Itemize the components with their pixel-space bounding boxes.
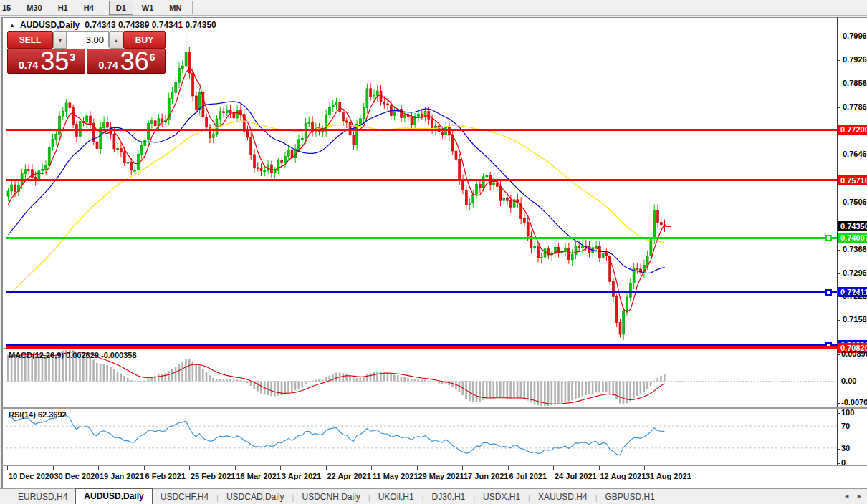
- buy-price-box[interactable]: 0.74 36 6: [87, 49, 166, 74]
- date-axis-label: 19 Jan 2021: [100, 472, 144, 480]
- chart-overlays: 0.772000.757160.740070.724110.708260.708…: [0, 0, 867, 504]
- price-axis-tick-label: 0.71580: [843, 315, 867, 324]
- macd-indicator-label: MACD(12,26,9) 0.002629 -0.000358: [9, 351, 137, 359]
- price-level-label: 0.74007: [838, 233, 867, 243]
- date-axis-tick: [326, 466, 327, 470]
- date-axis-tick: [7, 466, 8, 470]
- rsi-axis-tick: [837, 413, 840, 414]
- price-axis-tick-label: 0.77860: [843, 102, 867, 111]
- level-line-0.70820: [6, 346, 837, 349]
- tab-scroll-left-icon[interactable]: ◄: [843, 493, 850, 500]
- buy-price-pips: 36: [120, 49, 149, 74]
- date-axis-label: 3 Apr 2021: [282, 472, 321, 480]
- date-axis-label: 25 Feb 2021: [191, 472, 235, 480]
- macd-axis-label: 0.008904: [841, 349, 867, 358]
- date-axis-tick: [371, 466, 372, 470]
- price-axis-tick: [837, 320, 840, 321]
- price-axis-tick: [837, 84, 840, 84]
- date-axis-tick: [235, 466, 236, 470]
- price-axis-tick-label: 0.76460: [843, 150, 867, 158]
- current-price-label: 0.74350: [838, 221, 867, 231]
- rsi-axis-tick: [837, 427, 840, 427]
- date-axis-tick: [189, 466, 190, 470]
- date-axis-label: 24 Jul 2021: [555, 472, 597, 480]
- price-axis-tick-label: 0.78560: [843, 79, 867, 87]
- date-axis-label: 11 May 2021: [373, 472, 418, 480]
- macd-axis-tick: [837, 354, 840, 355]
- price-axis-tick-label: 0.79960: [843, 32, 867, 40]
- level-line-0.77200: [6, 129, 837, 131]
- macd-axis-label: 0.00: [841, 377, 856, 385]
- price-axis-tick-label: 0.72960: [843, 268, 867, 277]
- buy-price-point: 6: [150, 52, 155, 63]
- level-line-0.70826: [6, 344, 837, 346]
- date-axis-label: 6 Feb 2021: [145, 472, 186, 480]
- date-axis-tick: [553, 466, 554, 470]
- tab-scroll-arrows: ◄ ►: [843, 493, 863, 500]
- date-axis-label: 12 Aug 2021: [600, 472, 646, 480]
- volume-input[interactable]: 3.00: [66, 32, 109, 47]
- date-axis-tick: [599, 466, 600, 470]
- date-axis-tick: [280, 466, 281, 470]
- macd-axis-tick: [837, 403, 840, 404]
- date-axis-label: 6 Jul 2021: [509, 472, 547, 480]
- date-axis-label: 16 Mar 2021: [236, 472, 281, 480]
- level-line-0.72411: [6, 291, 837, 293]
- price-axis-tick: [837, 273, 840, 274]
- date-axis-tick: [144, 466, 145, 470]
- sell-price-pips: 35: [40, 49, 69, 74]
- date-axis-tick: [417, 466, 418, 470]
- rsi-axis-label: 30: [841, 444, 850, 452]
- rsi-indicator-label: RSI(14) 62.3692: [9, 410, 67, 419]
- date-axis-tick: [53, 466, 54, 470]
- chart-symbol-period: AUDUSD,Daily: [20, 20, 80, 30]
- price-axis-tick: [837, 250, 840, 251]
- price-axis-tick: [837, 60, 840, 61]
- buy-price-main: 0.74: [98, 59, 118, 71]
- date-axis-label: 30 Dec 2020: [54, 472, 100, 480]
- price-axis-tick-label: 0.73660: [843, 245, 867, 253]
- date-axis-tick: [98, 466, 99, 470]
- rsi-axis-label: 0: [841, 458, 846, 467]
- price-axis-tick: [837, 107, 840, 108]
- price-axis-tick: [837, 203, 840, 203]
- chart-ohlc-quotes: 0.74343 0.74389 0.74341 0.74350: [85, 20, 216, 30]
- collapse-chart-icon[interactable]: ▲: [9, 22, 15, 29]
- price-axis-tick-label: 0.72280: [843, 291, 867, 300]
- level-line-handle[interactable]: [825, 235, 832, 241]
- sell-price-main: 0.74: [19, 59, 38, 71]
- terminal-root: 15M30H1H4D1W1MN 0.772000.757160.740070.7…: [0, 0, 867, 504]
- sell-price-point: 3: [70, 52, 75, 63]
- price-axis-tick-label: 0.75060: [843, 198, 867, 206]
- chevron-up-icon: ▲: [114, 38, 119, 43]
- date-axis-label: 29 May 2021: [418, 472, 464, 480]
- price-axis-tick-label: 0.79260: [843, 55, 867, 64]
- rsi-axis-tick: [837, 463, 840, 464]
- macd-axis-label: -0.007013: [841, 398, 867, 407]
- price-level-label: 0.75716: [838, 175, 867, 185]
- chart-title: ▲ AUDUSD,Daily 0.74343 0.74389 0.74341 0…: [9, 20, 216, 30]
- price-level-label: 0.77200: [838, 125, 867, 135]
- chevron-down-icon: ▼: [58, 38, 63, 43]
- date-axis-label: 22 Apr 2021: [327, 472, 371, 480]
- tab-scroll-right-icon[interactable]: ►: [856, 493, 863, 500]
- date-axis-tick: [462, 466, 463, 470]
- price-axis-tick: [837, 155, 840, 155]
- date-axis-label: 17 Jun 2021: [464, 472, 508, 480]
- rsi-axis-label: 100: [841, 408, 854, 417]
- level-line-0.75716: [6, 179, 837, 181]
- macd-axis-tick: [837, 382, 840, 382]
- rsi-axis-label: 70: [841, 422, 850, 430]
- date-axis-tick: [644, 466, 645, 470]
- price-axis-tick: [837, 37, 840, 37]
- level-line-handle[interactable]: [825, 289, 832, 296]
- date-axis-tick: [508, 466, 509, 470]
- date-axis-label: 31 Aug 2021: [646, 472, 691, 480]
- price-axis-tick: [837, 296, 840, 297]
- level-line-0.74007: [6, 237, 837, 239]
- sell-price-box[interactable]: 0.74 35 3: [7, 49, 85, 74]
- rsi-axis-tick: [837, 449, 840, 450]
- date-axis-label: 10 Dec 2020: [9, 472, 54, 480]
